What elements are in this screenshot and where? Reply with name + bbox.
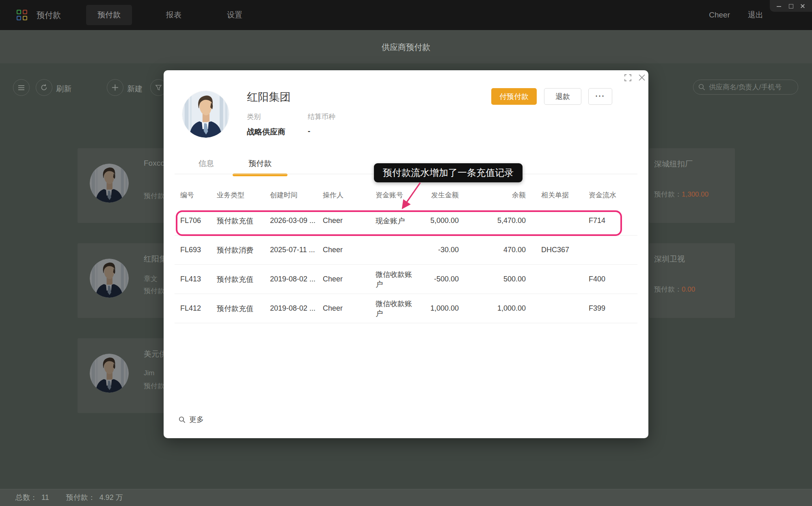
cell-id: FL693	[180, 246, 217, 254]
field-value: -	[308, 127, 335, 136]
cell-account: 微信收款账户	[376, 299, 416, 318]
close-icon	[638, 74, 646, 81]
refresh-label[interactable]: 刷新	[56, 84, 71, 94]
supplier-avatar	[182, 91, 229, 138]
supplier-search-input[interactable]	[709, 83, 790, 91]
logo-square-red	[23, 10, 27, 14]
column-header: 资金账号	[376, 190, 416, 200]
supplier-detail-modal: 红阳集团 类别战略供应商结算币种- 付预付款 退款 ··· 信息预付款 编号业务…	[164, 70, 648, 438]
prepay-total-label: 预付款：	[66, 489, 95, 506]
topbar-tab-1[interactable]: 预付款	[86, 5, 132, 25]
cell-operator: Cheer	[323, 246, 376, 254]
cell-amount: -30.00	[416, 246, 459, 254]
app-logo-icon[interactable]	[17, 10, 27, 20]
supplier-card[interactable]: 深城纽扣厂预付款：1,300.00	[649, 148, 735, 223]
fullscreen-button[interactable]	[624, 74, 632, 83]
refund-button[interactable]: 退款	[544, 88, 581, 105]
field-value: 战略供应商	[247, 127, 285, 137]
window-close-icon[interactable]	[800, 4, 805, 9]
column-header: 发生金额	[416, 190, 459, 200]
supplier-card-prepay-value: 0.00	[682, 285, 695, 293]
total-count-value: 11	[41, 489, 49, 506]
window-controls	[770, 0, 812, 12]
cell-flow: F714	[585, 216, 637, 225]
table-row[interactable]: FL413预付款充值2019-08-02 ...Cheer微信收款账户-500.…	[175, 265, 637, 294]
modal-tab-1[interactable]: 信息	[188, 158, 225, 174]
supplier-avatar-image	[182, 91, 229, 138]
field-label: 类别	[247, 112, 285, 121]
logout-button[interactable]: 退出	[748, 10, 763, 20]
refresh-button[interactable]	[36, 79, 52, 96]
cell-amount: -500.00	[416, 275, 459, 283]
logo-square-yellow	[23, 16, 27, 20]
plus-icon	[112, 84, 119, 91]
cell-amount: 5,000.00	[416, 216, 459, 225]
column-header: 创建时间	[270, 190, 323, 200]
cell-balance: 470.00	[459, 246, 526, 254]
modal-close-button[interactable]	[638, 74, 646, 83]
callout-tooltip: 预付款流水增加了一条充值记录	[374, 163, 523, 182]
supplier-avatar	[90, 164, 129, 203]
logo-square-green	[17, 10, 21, 14]
logo-square-blue	[17, 16, 21, 20]
supplier-avatar	[90, 259, 129, 298]
load-more-label: 更多	[189, 415, 204, 424]
current-user-label[interactable]: Cheer	[709, 11, 730, 19]
cell-amount: 1,000.00	[416, 304, 459, 313]
modal-tab-2[interactable]: 预付款	[233, 158, 287, 174]
supplier-card[interactable]: 深圳卫视预付款：0.00	[649, 243, 735, 318]
supplier-name: 红阳集团	[247, 90, 291, 104]
prepayment-table: FL706预付款充值2026-03-09 ...Cheer现金账户5,000.0…	[175, 206, 637, 323]
supplier-card-title: Foxco	[144, 159, 165, 168]
column-header: 操作人	[323, 190, 376, 200]
column-header: 相关单据	[526, 190, 585, 200]
cell-created: 2019-08-02 ...	[270, 275, 323, 283]
supplier-search[interactable]	[693, 80, 798, 95]
supplier-field: 类别战略供应商	[247, 112, 285, 137]
load-more-button[interactable]: 更多	[179, 415, 204, 424]
refresh-icon	[40, 84, 48, 91]
hamburger-icon	[18, 85, 25, 91]
field-label: 结算币种	[308, 112, 335, 121]
cell-id: FL412	[180, 304, 217, 313]
cell-operator: Cheer	[323, 304, 376, 313]
column-header: 业务类型	[217, 190, 270, 200]
column-header: 资金流水	[585, 190, 637, 200]
cell-type: 预付款充值	[217, 216, 270, 226]
cell-created: 2019-08-02 ...	[270, 304, 323, 313]
cell-balance: 5,470.00	[459, 216, 526, 225]
minimize-icon[interactable]	[777, 4, 782, 9]
search-more-icon	[179, 416, 186, 423]
supplier-field: 结算币种-	[308, 112, 335, 136]
supplier-card-title: 深圳卫视	[654, 254, 685, 264]
supplier-card-list-right: 深城纽扣厂预付款：1,300.00深圳卫视预付款：0.00	[649, 148, 735, 338]
create-label[interactable]: 新建	[127, 84, 143, 94]
cell-balance: 1,000.00	[459, 304, 526, 313]
column-header: 编号	[180, 190, 217, 200]
supplier-card-prepay: 预付款：1,300.00	[654, 190, 708, 199]
cell-id: FL706	[180, 216, 217, 225]
table-row[interactable]: FL693预付款消费2025-07-11 ...Cheer-30.00470.0…	[175, 236, 637, 265]
supplier-card-contact: 章文	[144, 274, 158, 283]
cell-account: 现金账户	[376, 216, 416, 226]
topbar-tab-3[interactable]: 设置	[216, 5, 254, 25]
create-button[interactable]	[107, 79, 123, 96]
pay-prepayment-button[interactable]: 付预付款	[491, 88, 537, 105]
topbar-tabs: 预付款报表设置	[86, 5, 254, 25]
table-row[interactable]: FL412预付款充值2019-08-02 ...Cheer微信收款账户1,000…	[175, 294, 637, 323]
cell-created: 2026-03-09 ...	[270, 216, 323, 225]
more-actions-button[interactable]: ···	[588, 88, 612, 105]
maximize-icon[interactable]	[788, 4, 793, 9]
cell-flow: F399	[585, 304, 637, 313]
supplier-card-contact: Jim	[144, 369, 154, 377]
topbar-tab-2[interactable]: 报表	[155, 5, 193, 25]
cell-operator: Cheer	[323, 275, 376, 283]
cell-flow: F400	[585, 275, 637, 283]
supplier-avatar-image	[90, 354, 129, 393]
supplier-avatar-image	[90, 164, 129, 203]
app-title: 预付款	[37, 10, 61, 21]
menu-button[interactable]	[13, 79, 30, 96]
cell-created: 2025-07-11 ...	[270, 246, 323, 254]
supplier-avatar-image	[90, 259, 129, 298]
table-row-highlighted[interactable]: FL706预付款充值2026-03-09 ...Cheer现金账户5,000.0…	[175, 206, 637, 236]
